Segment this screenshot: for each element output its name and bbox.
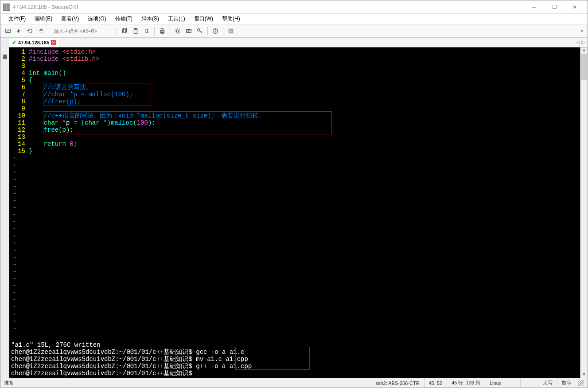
- options-icon[interactable]: [173, 26, 183, 36]
- vim-tilde: ~: [9, 275, 29, 282]
- separator: [154, 27, 155, 35]
- menu-script[interactable]: 脚本(S): [138, 14, 163, 24]
- code-text: (): [58, 70, 66, 77]
- status-ssh: ssh2: AES-256-CTR: [371, 378, 424, 388]
- tab-close-icon[interactable]: ✕: [51, 40, 56, 45]
- vim-tilde: ~: [9, 212, 29, 219]
- code-text: int: [29, 70, 40, 77]
- session-manager-sidebar[interactable]: 会话管理器: [0, 47, 9, 378]
- maximize-button[interactable]: ☐: [544, 1, 565, 13]
- code-text: }: [29, 148, 32, 155]
- copy-icon[interactable]: [120, 26, 129, 36]
- vim-tilde: ~: [9, 297, 29, 304]
- vim-tilde: ~: [9, 282, 29, 290]
- menu-bar: 文件(F) 编辑(E) 查看(V) 选项(O) 传输(T) 脚本(S) 工具(L…: [0, 14, 588, 24]
- print-icon[interactable]: [157, 26, 167, 36]
- workspace: 会话管理器 1#include <stdio.h> 2#include <std…: [0, 47, 588, 378]
- separator: [170, 27, 170, 35]
- code-text: p: [66, 119, 74, 126]
- vim-tilde: ~: [9, 318, 29, 325]
- code-text: <stdlib.h>: [62, 55, 100, 63]
- line-number: 8: [9, 98, 29, 105]
- status-bar: 准备 ssh2: AES-256-CTR 45, 52 45 行, 126 列 …: [0, 378, 588, 388]
- menu-file[interactable]: 文件(F): [5, 14, 29, 24]
- tab-prev-icon[interactable]: ◁: [576, 39, 580, 45]
- shell-prompt: chen@iZ2zeeailqvwws5dcuivdbZ:~/001/01/c+…: [11, 356, 192, 363]
- sftp-icon[interactable]: [226, 26, 236, 36]
- vim-tilde: ~: [9, 197, 29, 204]
- menu-edit[interactable]: 编辑(E): [31, 14, 56, 24]
- session-options-icon[interactable]: [184, 26, 194, 36]
- code-text: char: [85, 119, 100, 126]
- find-icon[interactable]: [142, 26, 152, 36]
- toolbar: ▾: [0, 24, 588, 38]
- resize-grip[interactable]: [578, 380, 584, 386]
- menu-help[interactable]: 帮助(H): [218, 14, 244, 24]
- code-text: char: [44, 119, 59, 126]
- code-text: {: [29, 77, 32, 84]
- shell-command: g++ -o a a1.cpp: [192, 363, 252, 370]
- line-number: 6: [9, 84, 29, 91]
- menu-options[interactable]: 选项(O): [84, 14, 109, 24]
- menu-view[interactable]: 查看(V): [58, 14, 82, 24]
- vim-tilde: ~: [9, 268, 29, 275]
- connected-icon: ✔: [12, 39, 16, 46]
- vim-tilde: ~: [9, 162, 29, 169]
- status-term-type: Linux: [485, 378, 520, 388]
- code-text: main: [40, 70, 58, 77]
- code-text: 0: [70, 141, 73, 148]
- menu-tools[interactable]: 工具(L): [164, 14, 189, 24]
- vim-tilde: ~: [9, 190, 29, 197]
- connect-icon[interactable]: [3, 26, 13, 36]
- code-text: ;: [74, 141, 77, 148]
- sidebar-toggle[interactable]: [0, 38, 9, 47]
- terminal-scrollbar[interactable]: ▲ ▼: [580, 47, 588, 378]
- scroll-thumb[interactable]: [581, 54, 587, 80]
- vim-tilde: ~: [9, 169, 29, 176]
- window-titlebar: 47.94.128.185 - SecureCRT ─ ☐ ✕: [0, 0, 588, 14]
- quick-connect-icon[interactable]: [14, 26, 24, 36]
- close-button[interactable]: ✕: [565, 1, 585, 13]
- code-text: (: [133, 119, 136, 126]
- app-icon: [3, 4, 10, 11]
- status-ready: 准备: [4, 378, 371, 388]
- svg-rect-9: [187, 29, 191, 32]
- terminal[interactable]: 1#include <stdio.h> 2#include <stdlib.h>…: [9, 47, 588, 378]
- window-controls: ─ ☐ ✕: [524, 1, 585, 13]
- session-tab[interactable]: ✔ 47.94.128.185 ✕: [9, 38, 59, 47]
- host-input[interactable]: [52, 27, 114, 35]
- vim-tilde: ~: [9, 254, 29, 261]
- shell-prompt: chen@iZ2zeeailqvwws5dcuivdbZ:~/001/01/c+…: [11, 370, 192, 377]
- menu-window[interactable]: 窗口(W): [191, 14, 217, 24]
- reconnect-icon[interactable]: [25, 26, 35, 36]
- menu-transfer[interactable]: 传输(T): [112, 14, 136, 24]
- key-icon[interactable]: [195, 26, 205, 36]
- separator: [223, 27, 223, 35]
- code-text: #include: [29, 48, 58, 55]
- scroll-up-icon[interactable]: ▲: [580, 47, 588, 54]
- separator: [117, 27, 117, 35]
- code-text: );: [148, 119, 156, 126]
- paste-icon[interactable]: [131, 26, 140, 36]
- line-number: 15: [9, 148, 29, 155]
- tab-label: 47.94.128.185: [18, 40, 49, 45]
- tab-navigation: ◁ ▷: [576, 39, 588, 45]
- code-text: (p);: [58, 126, 74, 133]
- line-number: 5: [9, 77, 29, 84]
- minimize-button[interactable]: ─: [524, 1, 544, 13]
- code-text: <stdio.h>: [62, 48, 96, 55]
- vim-tilde: ~: [9, 261, 29, 268]
- vim-tilde: ~: [9, 233, 29, 240]
- line-number: 14: [9, 141, 29, 148]
- line-number: 11: [9, 119, 29, 126]
- terminal-output: "a1.c" 15L, 276C written chen@iZ2zeeailq…: [11, 341, 579, 377]
- code-text: *): [100, 119, 111, 126]
- vim-tilde: ~: [9, 290, 29, 297]
- vim-tilde: ~: [9, 311, 29, 318]
- scroll-down-icon[interactable]: ▼: [580, 372, 588, 378]
- tab-next-icon[interactable]: ▷: [581, 39, 585, 45]
- separator: [207, 27, 208, 35]
- toolbar-overflow[interactable]: ▾: [579, 29, 585, 33]
- help-icon[interactable]: [210, 26, 220, 36]
- disconnect-icon[interactable]: [36, 26, 46, 36]
